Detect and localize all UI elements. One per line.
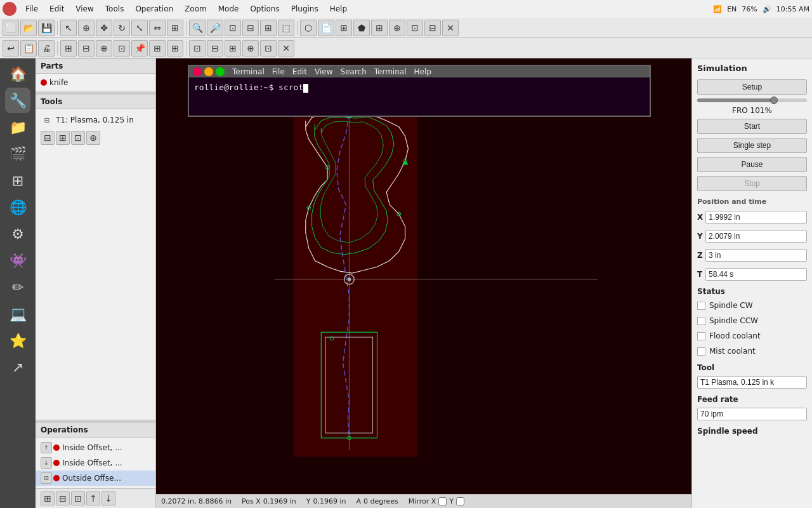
single-step-button[interactable]: Single step [697, 138, 807, 153]
terminal-min-btn[interactable] [204, 67, 213, 76]
mist-coolant-checkbox[interactable] [697, 347, 705, 356]
tb-new[interactable]: ⬜ [3, 20, 19, 36]
tb2-10[interactable]: ⊞ [167, 40, 183, 57]
flood-coolant-checkbox[interactable] [697, 332, 705, 340]
mirror-y-checkbox[interactable] [456, 497, 464, 505]
op-icon-move[interactable]: ↑ [41, 442, 52, 453]
tb-flip[interactable]: ⇔ [149, 20, 166, 36]
cnc-canvas[interactable] [156, 58, 691, 494]
tb2-4[interactable]: ⊞ [60, 40, 77, 57]
tb2-16[interactable]: ✕ [278, 40, 294, 57]
tb-tool9[interactable]: ⊡ [407, 20, 423, 36]
spindle-cw-checkbox[interactable] [697, 302, 705, 310]
term-menu-edit[interactable]: Edit [292, 67, 307, 76]
menu-view[interactable]: View [70, 3, 98, 15]
ops-tb-4[interactable]: ↑ [86, 491, 100, 505]
tb-rotate[interactable]: ↻ [114, 20, 130, 36]
menu-file[interactable]: File [20, 3, 43, 15]
tb-select2[interactable]: ⊕ [78, 20, 95, 36]
tool-value-input[interactable] [697, 376, 807, 389]
dock-terminal[interactable]: 💻 [5, 301, 30, 326]
term-menu-search[interactable]: Search [341, 67, 367, 76]
term-menu-terminal[interactable]: Terminal [232, 67, 265, 76]
tb-zoom-box[interactable]: ⊞ [260, 20, 277, 36]
tb2-13[interactable]: ⊞ [225, 40, 241, 57]
term-menu-file[interactable]: File [272, 67, 285, 76]
dock-grid[interactable]: ⊞ [5, 168, 30, 193]
term-menu-help[interactable]: Help [414, 67, 431, 76]
tb2-7[interactable]: ⊡ [114, 40, 130, 57]
term-menu-view[interactable]: View [315, 67, 332, 76]
tb-zoom-in[interactable]: 🔍 [189, 20, 206, 36]
start-button[interactable]: Start [697, 119, 807, 134]
menu-operation[interactable]: Operation [130, 3, 178, 15]
op-item-3[interactable]: ⊡ Outside Offse... [36, 471, 155, 486]
dock-share[interactable]: ↗ [5, 354, 30, 380]
tb-zoom-fit[interactable]: ⊡ [225, 20, 241, 36]
mirror-x-checkbox[interactable] [438, 497, 447, 505]
tb-grid[interactable]: ⊞ [336, 20, 352, 36]
tool-tb-2[interactable]: ⊞ [56, 131, 70, 145]
ops-tb-5[interactable]: ↓ [102, 491, 115, 505]
tb-zoom-all[interactable]: ⊟ [242, 20, 259, 36]
tb2-9[interactable]: ⊞ [149, 40, 166, 57]
dock-star[interactable]: ⭐ [5, 328, 30, 353]
tool-tb-3[interactable]: ⊡ [71, 131, 85, 145]
y-input[interactable] [705, 230, 807, 243]
op-item-2[interactable]: ↓ Inside Offset, ... [36, 455, 155, 471]
tb-scale[interactable]: ⤡ [131, 20, 148, 36]
menu-plugins[interactable]: Plugins [286, 3, 324, 15]
x-input[interactable] [705, 211, 807, 224]
dock-pencil[interactable]: ✏ [5, 274, 30, 300]
tb-tool6[interactable]: ⊞ [167, 20, 183, 36]
dock-files[interactable]: 📁 [5, 114, 30, 140]
tb2-12[interactable]: ⊟ [207, 40, 223, 57]
tb2-6[interactable]: ⊕ [96, 40, 112, 57]
tb2-15[interactable]: ⊡ [260, 40, 277, 57]
tb-view3d[interactable]: ⬡ [300, 20, 317, 36]
tb-zoom-prev[interactable]: ⬚ [278, 20, 294, 36]
tb2-5[interactable]: ⊟ [78, 40, 95, 57]
feed-rate-input[interactable] [697, 408, 807, 420]
tool-tb-1[interactable]: ⊟ [41, 131, 55, 145]
tb-move[interactable]: ✥ [96, 20, 112, 36]
ops-tb-3[interactable]: ⊡ [71, 491, 85, 505]
dock-monster[interactable]: 👾 [5, 248, 30, 273]
tb-tool7[interactable]: ⊞ [371, 20, 388, 36]
op-item-1[interactable]: ↑ Inside Offset, ... [36, 440, 155, 455]
tb2-14[interactable]: ⊕ [242, 40, 259, 57]
dock-sphere[interactable]: 🌐 [5, 194, 30, 220]
menu-edit[interactable]: Edit [44, 3, 69, 15]
terminal-max-btn[interactable] [216, 67, 225, 76]
terminal-close-btn[interactable] [193, 67, 202, 76]
dock-tools[interactable]: 🔧 [5, 88, 30, 113]
setup-button[interactable]: Setup [697, 79, 807, 95]
tb2-3[interactable]: 🖨 [38, 40, 55, 57]
parts-item-knife[interactable]: knife [36, 76, 155, 89]
tb-tool11[interactable]: ✕ [442, 20, 459, 36]
op-icon-move2[interactable]: ↓ [41, 457, 52, 469]
dock-media[interactable]: 🎬 [5, 141, 30, 166]
tb-tool8[interactable]: ⊕ [389, 20, 405, 36]
menu-help[interactable]: Help [325, 3, 352, 15]
stop-button[interactable]: Stop [697, 176, 807, 191]
ops-tb-2[interactable]: ⊟ [56, 491, 70, 505]
menu-mode[interactable]: Mode [213, 3, 244, 15]
tb2-8[interactable]: 📌 [131, 40, 148, 57]
tb-zoom-out[interactable]: 🔎 [207, 20, 223, 36]
menu-zoom[interactable]: Zoom [180, 3, 212, 15]
tb-select[interactable]: ↖ [60, 20, 77, 36]
tool-tb-4[interactable]: ⊕ [86, 131, 100, 145]
op-icon-move3[interactable]: ⊡ [41, 472, 52, 484]
ops-tb-1[interactable]: ⊞ [41, 491, 55, 505]
pause-button[interactable]: Pause [697, 157, 807, 172]
tb-laser[interactable]: ⬟ [353, 20, 370, 36]
tb-tool10[interactable]: ⊟ [424, 20, 441, 36]
t-input[interactable] [705, 268, 807, 281]
terminal-body[interactable]: rollie@rollie:~$ scrot [189, 77, 650, 116]
term-menu-terminal2[interactable]: Terminal [374, 67, 407, 76]
menu-tools[interactable]: Tools [100, 3, 129, 15]
z-input[interactable] [705, 249, 807, 262]
tb2-2[interactable]: 📋 [20, 40, 37, 57]
tb-open[interactable]: 📂 [20, 20, 37, 36]
